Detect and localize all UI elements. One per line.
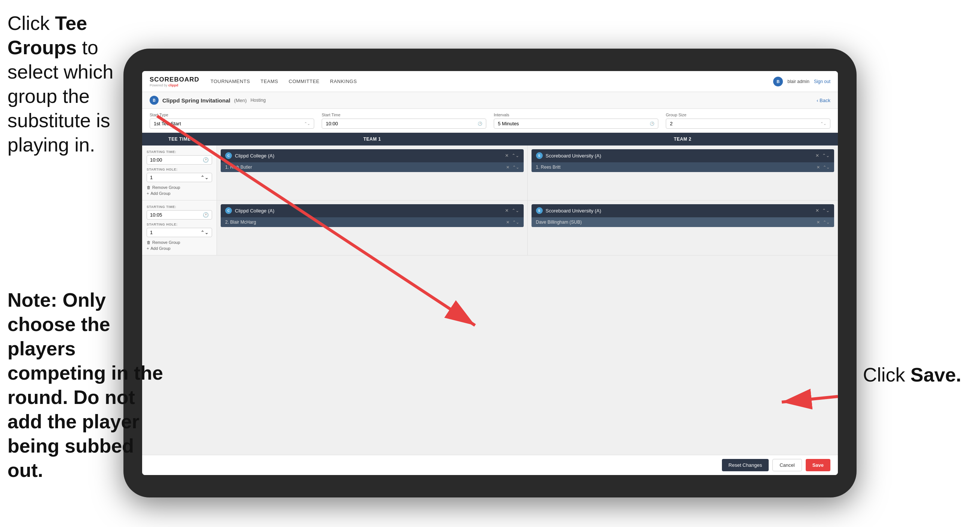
player-expand-icon-4[interactable]: ⌃⌄ xyxy=(823,220,830,225)
team-card-header-1-2: S Scoreboard University (A) ✕ ⌃⌄ xyxy=(531,149,835,162)
player-actions-1-2-1: ✕ ⌃⌄ xyxy=(816,165,830,170)
team-name-1-2: Scoreboard University (A) xyxy=(546,153,813,159)
tournament-gender: (Men) xyxy=(234,98,247,103)
table-header: Tee Time Team 1 Team 2 xyxy=(142,133,838,145)
team-card-header-2-2: S Scoreboard University (A) ✕ ⌃⌄ xyxy=(531,204,835,217)
start-time-arrows: 🕐 xyxy=(478,121,482,126)
close-icon-3[interactable]: ✕ xyxy=(505,208,509,213)
group-size-label: Group Size xyxy=(666,113,830,117)
team-col-2-2: S Scoreboard University (A) ✕ ⌃⌄ Dave Bi… xyxy=(528,201,838,255)
expand-icon-4[interactable]: ⌃⌄ xyxy=(822,208,830,213)
user-name: blair admin xyxy=(788,79,810,84)
nav-committee[interactable]: COMMITTEE xyxy=(289,78,320,84)
close-icon-2[interactable]: ✕ xyxy=(815,153,819,158)
player-close-icon-4[interactable]: ✕ xyxy=(816,220,820,225)
team-card-2-2[interactable]: S Scoreboard University (A) ✕ ⌃⌄ Dave Bi… xyxy=(531,204,835,227)
start-time-input[interactable]: 10:00 🕐 xyxy=(322,119,486,129)
trash-icon-2: 🗑 xyxy=(146,240,151,245)
logo-area: SCOREBOARD Powered by clippd xyxy=(150,76,199,87)
team-card-actions-2-1: ✕ ⌃⌄ xyxy=(505,208,519,213)
sign-out-link[interactable]: Sign out xyxy=(814,79,830,84)
player-close-icon-3[interactable]: ✕ xyxy=(506,220,509,225)
team-card-actions-1-1: ✕ ⌃⌄ xyxy=(505,153,519,158)
intervals-label: Intervals xyxy=(494,113,658,117)
content-area: STARTING TIME: 10:00 🕐 STARTING HOLE: 1 … xyxy=(142,145,838,455)
player-actions-1-1-1: ✕ ⌃⌄ xyxy=(506,165,519,170)
remove-group-button-2[interactable]: 🗑 Remove Group xyxy=(146,240,212,245)
nav-tournaments[interactable]: TOURNAMENTS xyxy=(211,78,250,84)
starting-hole-label-2: STARTING HOLE: xyxy=(146,223,212,226)
start-time-label: Start Time xyxy=(322,113,486,117)
hole-input-1[interactable]: 1 ⌃⌄ xyxy=(146,173,212,182)
player-expand-icon-2[interactable]: ⌃⌄ xyxy=(823,165,830,170)
time-input-1[interactable]: 10:00 🕐 xyxy=(146,155,212,165)
add-group-button-2[interactable]: + Add Group xyxy=(146,246,212,251)
team-name-2-1: Clippd College (A) xyxy=(235,208,502,213)
expand-icon[interactable]: ⌃⌄ xyxy=(512,153,519,158)
player-expand-icon[interactable]: ⌃⌄ xyxy=(512,165,519,170)
trash-icon: 🗑 xyxy=(146,185,151,189)
add-group-button-1[interactable]: + Add Group xyxy=(146,191,212,196)
expand-icon-2[interactable]: ⌃⌄ xyxy=(822,153,830,158)
team-icon-1-1: C xyxy=(225,152,232,159)
player-name-1-2-1: 1. Rees Britt xyxy=(536,165,814,170)
time-clock-icon-2: 🕐 xyxy=(203,212,209,218)
annotation-top-left: Click Tee Groups to select which group t… xyxy=(8,11,153,157)
sub-header-left: B Clippd Spring Invitational (Men) Hosti… xyxy=(150,96,266,105)
nav-rankings[interactable]: RANKINGS xyxy=(330,78,357,84)
team-card-header-2-1: C Clippd College (A) ✕ ⌃⌄ xyxy=(221,204,523,217)
start-type-input[interactable]: 1st Tee Start ⌃⌄ xyxy=(150,119,314,129)
group-size-group: Group Size 2 ⌃⌄ xyxy=(666,113,830,129)
team-card-actions-2-2: ✕ ⌃⌄ xyxy=(815,208,830,213)
player-close-icon[interactable]: ✕ xyxy=(506,165,509,170)
cancel-button[interactable]: Cancel xyxy=(772,459,802,471)
player-row-2-2-1: Dave Billingham (SUB) ✕ ⌃⌄ xyxy=(531,217,835,227)
navbar: SCOREBOARD Powered by clippd TOURNAMENTS… xyxy=(142,71,838,92)
hole-arrows-icon: ⌃⌄ xyxy=(200,175,209,180)
time-input-2[interactable]: 10:05 🕐 xyxy=(146,210,212,220)
team-card-1-1[interactable]: C Clippd College (A) ✕ ⌃⌄ 1. Rich Butler xyxy=(221,149,523,172)
team-card-1-2[interactable]: S Scoreboard University (A) ✕ ⌃⌄ 1. Rees… xyxy=(531,149,835,172)
annotation-bottom-left: Note: Only choose the players competing … xyxy=(8,288,165,482)
player-row-1-2-1: 1. Rees Britt ✕ ⌃⌄ xyxy=(531,162,835,172)
team-name-2-2: Scoreboard University (A) xyxy=(546,208,813,213)
close-icon[interactable]: ✕ xyxy=(505,153,509,158)
tablet-device: SCOREBOARD Powered by clippd TOURNAMENTS… xyxy=(123,49,857,497)
tablet-screen: SCOREBOARD Powered by clippd TOURNAMENTS… xyxy=(142,71,838,475)
close-icon-4[interactable]: ✕ xyxy=(815,208,819,213)
start-type-label: Start Type xyxy=(150,113,314,117)
tee-group-left-2: STARTING TIME: 10:05 🕐 STARTING HOLE: 1 … xyxy=(142,201,217,255)
th-team2: Team 2 xyxy=(527,133,838,145)
team-card-actions-1-2: ✕ ⌃⌄ xyxy=(815,153,830,158)
nav-teams[interactable]: TEAMS xyxy=(260,78,278,84)
tee-group-row: STARTING TIME: 10:00 🕐 STARTING HOLE: 1 … xyxy=(142,145,838,201)
team-icon-1-2: S xyxy=(536,152,543,159)
save-button[interactable]: Save xyxy=(806,459,830,471)
team-name-1-1: Clippd College (A) xyxy=(235,153,502,159)
intervals-input[interactable]: 5 Minutes 🕐 xyxy=(494,119,658,129)
start-type-group: Start Type 1st Tee Start ⌃⌄ xyxy=(150,113,314,129)
intervals-group: Intervals 5 Minutes 🕐 xyxy=(494,113,658,129)
remove-group-button-1[interactable]: 🗑 Remove Group xyxy=(146,185,212,189)
player-actions-2-1-1: ✕ ⌃⌄ xyxy=(506,220,519,225)
expand-icon-3[interactable]: ⌃⌄ xyxy=(512,208,519,213)
nav-links: TOURNAMENTS TEAMS COMMITTEE RANKINGS xyxy=(211,78,773,84)
team-card-header-1-1: C Clippd College (A) ✕ ⌃⌄ xyxy=(221,149,523,162)
tee-group-row-2: STARTING TIME: 10:05 🕐 STARTING HOLE: 1 … xyxy=(142,201,838,255)
time-clock-icon: 🕐 xyxy=(203,157,209,163)
player-close-icon-2[interactable]: ✕ xyxy=(816,165,820,170)
hole-input-2[interactable]: 1 ⌃⌄ xyxy=(146,228,212,237)
player-expand-icon-3[interactable]: ⌃⌄ xyxy=(512,220,519,225)
tee-teams-1: C Clippd College (A) ✕ ⌃⌄ 1. Rich Butler xyxy=(217,145,838,200)
starting-hole-label-1: STARTING HOLE: xyxy=(146,167,212,171)
player-name-1-1-1: 1. Rich Butler xyxy=(225,165,503,170)
tee-group-left-1: STARTING TIME: 10:00 🕐 STARTING HOLE: 1 … xyxy=(142,145,217,200)
back-button[interactable]: ‹ Back xyxy=(816,98,830,103)
reset-changes-button[interactable]: Reset Changes xyxy=(722,459,769,471)
group-size-arrows: ⌃⌄ xyxy=(820,121,826,126)
hole-arrows-icon-2: ⌃⌄ xyxy=(200,230,209,235)
plus-icon: + xyxy=(146,191,149,196)
group-size-input[interactable]: 2 ⌃⌄ xyxy=(666,119,830,129)
team-card-2-1[interactable]: C Clippd College (A) ✕ ⌃⌄ 2. Blair McHar… xyxy=(221,204,523,227)
player-name-2-2-1: Dave Billingham (SUB) xyxy=(536,220,814,225)
